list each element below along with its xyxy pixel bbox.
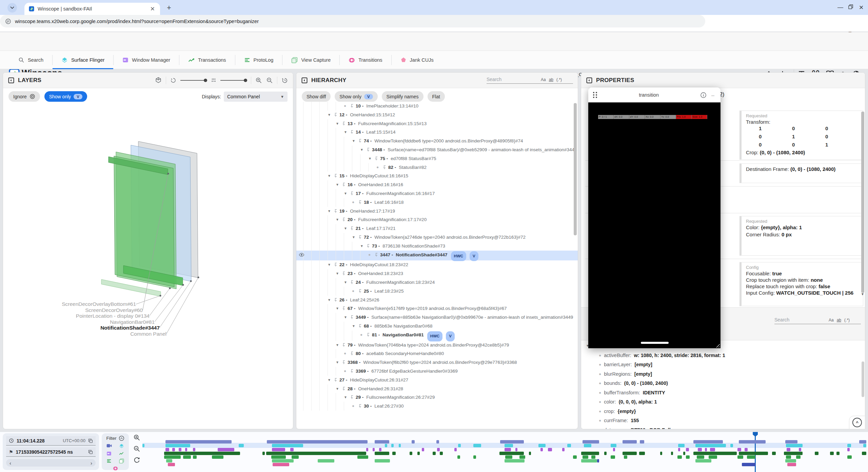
tree-row[interactable]: ●25 -Leaf:18:23#25 <box>296 287 578 296</box>
close-tab-icon[interactable]: ✕ <box>149 5 156 13</box>
tab-protolog[interactable]: ProtoLog <box>235 51 282 69</box>
pin-icon[interactable] <box>350 189 356 196</box>
browser-tab[interactable]: Winscope | sandbox-FAIl ✕ <box>24 3 160 15</box>
trace-segment-protolog[interactable] <box>473 455 476 459</box>
trace-segment-window-manager[interactable] <box>799 448 801 451</box>
trace-segment-screen-recording[interactable] <box>412 440 415 444</box>
layer-label-selected[interactable]: NotificationShade#3447 <box>3 325 160 331</box>
regex-icon[interactable]: (.*) <box>844 318 850 322</box>
trace-segment-protolog[interactable] <box>183 455 191 459</box>
trace-segment-protolog[interactable] <box>193 455 197 459</box>
trace-segment-surface-flinger[interactable] <box>391 444 393 447</box>
new-tab-button[interactable]: + <box>167 4 171 12</box>
collapse-node-icon[interactable]: ▼ <box>368 154 374 163</box>
screen-recording-icon[interactable] <box>106 444 112 448</box>
drag-handle-icon[interactable] <box>593 92 597 98</box>
trace-segment-screen-recording[interactable] <box>436 440 439 444</box>
trace-segment-transactions[interactable] <box>693 452 737 455</box>
collapse-node-icon[interactable]: ▼ <box>360 242 366 251</box>
scrollbar[interactable] <box>862 361 864 397</box>
trace-segment-screen-recording[interactable] <box>623 440 637 444</box>
trace-segment-transactions[interactable] <box>266 452 366 455</box>
trace-segment-surface-flinger[interactable] <box>678 444 685 447</box>
trace-segment-transactions[interactable] <box>671 452 673 455</box>
trace-segment-view-capture[interactable] <box>505 459 525 463</box>
collapse-node-icon[interactable]: ▼ <box>344 313 350 322</box>
pin-icon[interactable] <box>350 393 356 399</box>
url-text[interactable]: winscope.teams.x20web.corp.google.com/pr… <box>15 19 700 24</box>
zoom-in-icon[interactable] <box>255 77 262 84</box>
trace-segment-protolog[interactable] <box>796 455 801 459</box>
zoom-out-icon[interactable] <box>266 77 273 84</box>
tree-row[interactable]: ●18 -Leaf:16:16#18 <box>296 198 578 207</box>
transitions-icon[interactable] <box>113 466 118 471</box>
trace-segment-surface-flinger[interactable] <box>538 444 546 447</box>
pin-icon[interactable] <box>350 128 356 134</box>
trace-segment-window-manager[interactable] <box>437 448 440 451</box>
trace-segment-window-manager[interactable] <box>787 448 790 451</box>
collapse-node-icon[interactable]: ▼ <box>336 119 342 128</box>
overlay-title-bar[interactable]: transition _ <box>588 87 721 102</box>
scrollbar[interactable] <box>861 112 864 293</box>
tree-row[interactable]: ●10 -ImePlaceholder:13:14#10 <box>296 102 578 111</box>
collapse-node-icon[interactable]: ▼ <box>344 393 350 402</box>
property-item[interactable]: ●blurRegions:[empty] <box>581 369 865 379</box>
collapse-node-icon[interactable]: ▼ <box>360 145 366 154</box>
trace-segment-surface-flinger[interactable] <box>239 444 244 447</box>
trace-segment-surface-flinger[interactable] <box>505 444 513 447</box>
trace-segment-transactions[interactable] <box>499 452 524 455</box>
trace-segment-surface-flinger[interactable] <box>584 444 591 447</box>
trace-segment-surface-flinger[interactable] <box>473 444 481 447</box>
trace-segment-transitions[interactable] <box>742 463 756 466</box>
pin-icon[interactable] <box>366 242 372 248</box>
trace-segment-transactions[interactable] <box>581 452 599 455</box>
trace-segment-transactions[interactable] <box>784 452 803 455</box>
trace-segment-view-capture[interactable] <box>785 459 796 463</box>
displays-select[interactable]: Common Panel▼ <box>224 92 288 102</box>
tab-jank-cujs[interactable]: Jank CUJs <box>392 51 442 69</box>
tree-row[interactable]: ▼3449 -Surface(name=885b63e NavigationBa… <box>296 313 578 322</box>
pin-icon[interactable] <box>382 163 388 170</box>
3d-view-icon[interactable] <box>155 77 162 84</box>
trace-segment-protolog[interactable] <box>737 455 743 459</box>
collapse-node-icon[interactable]: ▼ <box>336 269 342 278</box>
copy-icon[interactable] <box>88 450 93 454</box>
trace-segment-protolog[interactable] <box>624 455 628 459</box>
pin-icon[interactable] <box>334 207 339 213</box>
tree-row[interactable]: ▼29 -FullscreenMagnification:26:27#29 <box>296 393 578 402</box>
trace-segment-screen-recording[interactable] <box>640 440 644 444</box>
pin-icon[interactable] <box>342 269 348 276</box>
transition-overlay-window[interactable]: transition _ P: 0 / 1dX: 0.0dY: 0.0Xv: 0… <box>588 87 721 348</box>
pin-icon[interactable] <box>350 102 356 108</box>
scroll-to-top-button[interactable]: ^ <box>849 416 865 429</box>
tree-row[interactable]: ▼20 -FullscreenMagnification:17:17#20 <box>296 215 578 224</box>
match-case-icon[interactable]: Aa <box>829 318 834 322</box>
tree-row[interactable]: ▼12 -OneHanded:15:15#12 <box>296 111 578 119</box>
pin-icon[interactable] <box>342 215 348 222</box>
tree-row[interactable]: ▼79 -WindowToken{7046b4a type=2024 andro… <box>296 341 578 350</box>
trace-segment-transactions[interactable] <box>410 452 413 455</box>
collapse-node-icon[interactable]: ▼ <box>344 189 350 198</box>
trace-segment-view-capture[interactable] <box>581 459 597 463</box>
trace-segment-window-manager[interactable] <box>562 448 564 451</box>
simplify-names-button[interactable]: Simplify names <box>382 91 423 102</box>
prev-frame-icon[interactable]: ‹ <box>9 460 11 466</box>
trace-segment-window-manager[interactable] <box>379 448 381 451</box>
tree-row[interactable]: ▼74 -WindowToken{fdddbe6 type=2000 andro… <box>296 137 578 145</box>
pin-icon[interactable] <box>350 367 356 373</box>
trace-segment-transactions[interactable] <box>392 452 396 455</box>
trace-segment-window-manager[interactable] <box>686 448 689 451</box>
collapse-panel-icon[interactable] <box>586 77 593 84</box>
trace-segment-window-manager[interactable] <box>737 448 741 451</box>
pin-icon[interactable] <box>358 137 364 143</box>
collapse-node-icon[interactable]: ▼ <box>344 128 350 137</box>
trace-segment-screen-recording[interactable] <box>583 440 599 444</box>
pin-icon[interactable] <box>350 313 356 319</box>
trace-segment-surface-flinger[interactable] <box>165 444 190 447</box>
tree-row[interactable]: ●81 -NavigationBar0#81HWCV <box>296 331 578 341</box>
trace-segment-protolog[interactable] <box>292 455 299 459</box>
frame-step-bar[interactable]: ‹ › <box>6 459 96 467</box>
trace-segment-window-manager[interactable] <box>705 448 707 451</box>
tree-row[interactable]: ●30 -Leaf:26:27#30 <box>296 402 578 411</box>
layer-label[interactable]: Common Panel <box>7 331 166 337</box>
